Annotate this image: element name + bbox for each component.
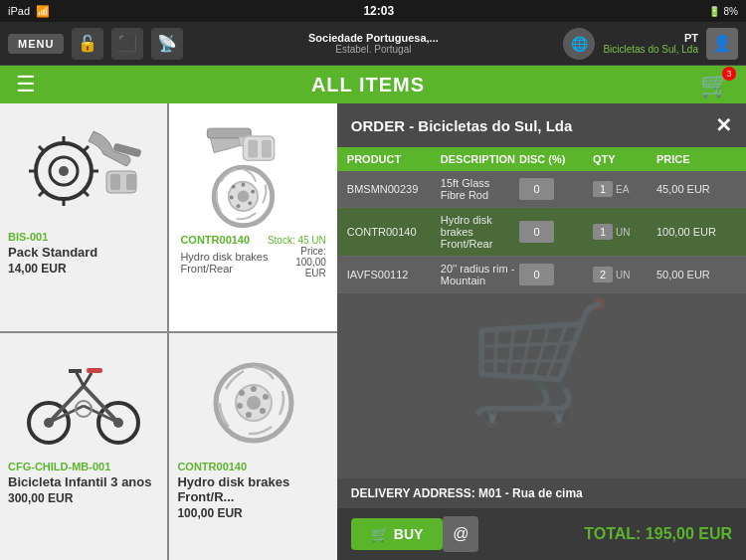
row1-qty-cell: 1 EA <box>593 181 653 197</box>
product-card-cfg-child[interactable]: CFG-CHILD-MB-001 Bicicleta Infantil 3 an… <box>0 333 167 561</box>
row2-disc-cell <box>519 221 589 243</box>
menu-button[interactable]: MENU <box>8 34 64 54</box>
battery-label: 8% <box>724 6 738 17</box>
svg-point-43 <box>247 396 261 410</box>
status-left: iPad 📶 <box>8 5 50 18</box>
cart-badge: 3 <box>722 67 736 81</box>
svg-point-24 <box>249 201 253 205</box>
status-time: 12:03 <box>363 4 394 18</box>
product-name-bis001: Pack Standard <box>8 245 159 260</box>
svg-rect-14 <box>126 174 136 190</box>
svg-point-23 <box>252 189 256 193</box>
buy-bar: 🛒 BUY @ TOTAL: 195,00 EUR <box>337 508 746 560</box>
row1-desc: 15ft Glass Fibre Rod <box>441 177 515 201</box>
row1-price: 45,00 EUR <box>656 183 736 195</box>
row2-code: CONTR00140 <box>347 226 437 238</box>
product-price-cfg-child: 300,00 EUR <box>8 491 159 505</box>
delivery-section: DELIVERY ADDRESS: M01 - Rua de cima <box>337 478 746 508</box>
svg-point-49 <box>239 390 245 396</box>
svg-point-46 <box>260 408 266 414</box>
svg-line-38 <box>84 373 92 386</box>
row3-qty-cell: 2 UN <box>593 267 653 282</box>
svg-rect-13 <box>110 174 120 190</box>
svg-line-9 <box>39 191 44 196</box>
product-grid: BIS-001 Pack Standard 14,00 EUR <box>0 103 337 560</box>
order-panel: ORDER - Bicicletas do Sul, Lda ✕ PRODUCT… <box>337 103 746 560</box>
col-description: DESCRIPTION <box>441 153 515 165</box>
table-row: BMSMN00239 15ft Glass Fibre Rod 1 EA 45,… <box>337 171 746 208</box>
company-name: Sociedade Portuguesa,... <box>191 32 555 44</box>
svg-line-10 <box>84 146 89 151</box>
row3-unit: UN <box>616 270 630 280</box>
delivery-value: M01 - Rua de cima <box>478 486 583 500</box>
cart-icon-wrap[interactable]: 🛒 3 <box>700 71 730 98</box>
svg-point-45 <box>263 394 269 400</box>
buy-button[interactable]: 🛒 BUY <box>351 518 444 550</box>
price-info: Price: 100,00 EUR <box>273 246 326 279</box>
company-subtitle: Estabel. Portugal <box>191 44 555 55</box>
product-code-selected: CONTR00140 <box>180 234 250 246</box>
lock-icon[interactable]: 🔓 <box>72 28 103 60</box>
row1-disc-input[interactable] <box>519 178 554 200</box>
language-company: Bicicletas do Sul, Lda <box>603 44 698 55</box>
product-card-contr00140[interactable]: CONTR00140 Stock: 45 UN Hydro disk brake… <box>169 103 336 331</box>
product-code-bis001: BIS-001 <box>8 231 159 243</box>
row3-disc-input[interactable] <box>519 264 554 285</box>
svg-point-2 <box>59 166 69 176</box>
buy-label: BUY <box>394 526 424 542</box>
table-row-highlighted: CONTR00140 Hydro disk brakes Front/Rear … <box>337 208 746 257</box>
cart-icon-buy: 🛒 <box>371 526 388 542</box>
product-name-cfg-child: Bicicleta Infantil 3 anos <box>8 474 159 489</box>
row3-qty: 2 <box>593 267 613 282</box>
calculator-icon[interactable]: ⬛ <box>111 28 143 60</box>
svg-point-44 <box>251 386 257 392</box>
row1-unit: EA <box>616 184 629 195</box>
product-code-disc: CONTR00140 <box>177 461 328 472</box>
product-image-cfg-child <box>8 341 159 461</box>
status-bar: iPad 📶 12:03 🔋 8% <box>0 0 746 22</box>
product-image-contr00140 <box>180 114 325 234</box>
product-card-bis001[interactable]: BIS-001 Pack Standard 14,00 EUR <box>0 103 167 331</box>
row3-code: IAVFS00112 <box>347 269 437 280</box>
language-info: PT Bicicletas do Sul, Lda <box>603 32 698 55</box>
order-title: ORDER - Bicicletas do Sul, Lda <box>351 117 573 134</box>
svg-point-25 <box>237 204 241 208</box>
stock-info: Stock: 45 UN <box>268 235 326 246</box>
user-avatar[interactable]: 👤 <box>706 28 738 60</box>
svg-rect-39 <box>87 368 102 373</box>
row1-disc-cell <box>519 178 589 200</box>
device-label: iPad <box>8 5 30 17</box>
globe-icon[interactable]: 🌐 <box>563 28 595 60</box>
page-header: ☰ ALL ITEMS 🛒 3 <box>0 66 746 103</box>
svg-point-27 <box>232 184 236 188</box>
row2-desc: Hydro disk brakes Front/Rear <box>441 214 515 250</box>
col-qty: QTY <box>593 153 653 165</box>
svg-point-22 <box>242 182 246 186</box>
email-button[interactable]: @ <box>443 516 478 552</box>
product-name-selected: Hydro disk brakes Front/Rear <box>180 251 273 275</box>
svg-line-36 <box>76 371 84 386</box>
svg-point-48 <box>237 403 243 409</box>
row3-price: 50,00 EUR <box>656 269 736 280</box>
row3-disc-cell <box>519 264 589 285</box>
row2-qty: 1 <box>593 224 613 240</box>
language-code: PT <box>603 32 698 44</box>
product-code-cfg-child: CFG-CHILD-MB-001 <box>8 461 159 472</box>
table-header: PRODUCT DESCRIPTION DISC (%) QTY PRICE <box>337 147 746 171</box>
svg-line-7 <box>39 146 44 151</box>
row2-disc-input[interactable] <box>519 221 554 243</box>
product-image-bis001 <box>8 111 159 231</box>
total-label: TOTAL: 195,00 EUR <box>564 525 732 543</box>
wifi-icon[interactable]: 📡 <box>151 28 183 60</box>
order-header: ORDER - Bicicletas do Sul, Lda ✕ <box>337 103 746 147</box>
cart-ghost: 🛒 <box>337 293 746 434</box>
svg-line-8 <box>84 191 89 196</box>
status-right: 🔋 8% <box>708 6 738 17</box>
delivery-label: DELIVERY ADDRESS: <box>351 486 475 500</box>
product-card-disc[interactable]: CONTR00140 Hydro disk brakes Front/R... … <box>169 333 336 561</box>
row1-code: BMSMN00239 <box>347 183 437 195</box>
svg-point-47 <box>246 412 252 418</box>
main-content: BIS-001 Pack Standard 14,00 EUR <box>0 103 746 560</box>
close-button[interactable]: ✕ <box>715 113 732 137</box>
wifi-icon: 📶 <box>36 5 50 18</box>
